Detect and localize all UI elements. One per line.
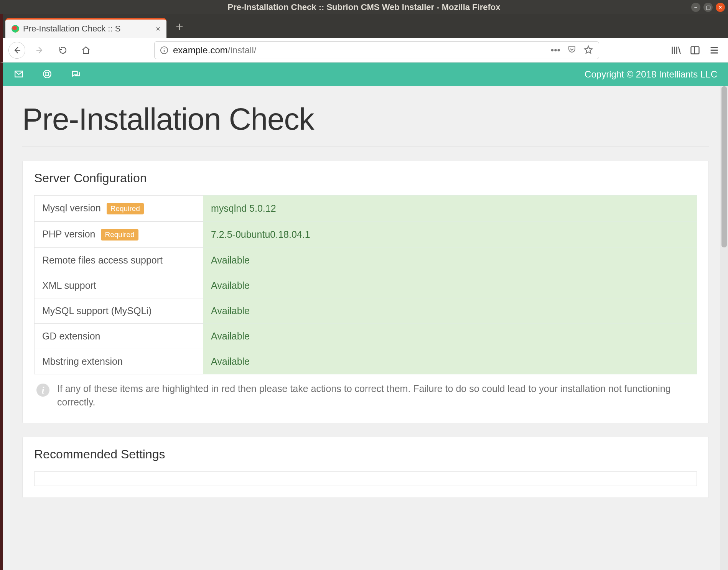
home-icon [81,46,91,55]
check-value: Available [203,324,697,349]
bookmark-star-icon[interactable] [583,45,593,55]
recommended-settings-panel: Recommended Settings [22,437,709,498]
info-icon: i [36,384,49,397]
check-label: Mysql version Required [35,196,203,222]
browser-toolbar: example.com/install/ ••• [0,38,728,63]
app-topbar: Copyright © 2018 Intelliants LLC [3,63,728,86]
pocket-icon[interactable] [567,45,576,54]
table-row: GD extension Available [35,324,697,349]
window-title: Pre-Installation Check :: Subrion CMS We… [227,2,500,12]
support-icon[interactable] [42,69,52,79]
tab-close-button[interactable]: × [156,25,160,33]
check-label: Mbstring extension [35,349,203,374]
server-config-table: Mysql version Requiredmysqlnd 5.0.12PHP … [34,195,697,374]
check-value: Available [203,298,697,324]
check-label: PHP version Required [35,222,203,248]
svg-point-6 [43,70,51,78]
site-info-icon[interactable] [160,46,168,54]
page-actions-icon[interactable]: ••• [551,45,560,56]
table-row: XML support Available [35,273,697,298]
browser-tab[interactable]: Pre-Installation Check :: S × [5,18,166,38]
url-bar[interactable]: example.com/install/ ••• [154,41,599,59]
check-label: XML support [35,273,203,298]
table-row: MySQL support (MySQLi) Available [35,298,697,324]
back-button[interactable] [8,42,25,59]
svg-point-7 [46,72,49,76]
reload-icon [58,46,68,55]
chat-icon[interactable] [71,69,81,80]
table-row: Mysql version Requiredmysqlnd 5.0.12 [35,196,697,222]
page-title: Pre-Installation Check [22,102,709,147]
check-label: GD extension [35,324,203,349]
info-note-text: If any of these items are highlighted in… [57,382,695,409]
tab-title: Pre-Installation Check :: S [23,24,120,34]
arrow-left-icon [12,46,21,55]
check-value: mysqlnd 5.0.12 [203,196,697,222]
check-value: Available [203,248,697,273]
scrollbar-thumb[interactable] [721,86,727,247]
home-button[interactable] [77,42,94,59]
tab-favicon-icon [12,25,19,33]
window-minimize-button[interactable]: – [691,3,700,12]
check-value: 7.2.5-0ubuntu0.18.04.1 [203,222,697,248]
page-viewport: Copyright © 2018 Intelliants LLC Pre-Ins… [0,63,728,570]
hamburger-menu-icon[interactable] [709,45,720,56]
check-label: MySQL support (MySQLi) [35,298,203,324]
table-row: Remote files access support Available [35,248,697,273]
window-maximize-button[interactable]: ▢ [703,3,713,12]
browser-tabstrip: Pre-Installation Check :: S × + [0,14,728,38]
reload-button[interactable] [54,42,71,59]
server-config-panel: Server Configuration Mysql version Requi… [22,161,709,423]
required-badge: Required [107,203,144,214]
url-text: example.com/install/ [173,45,256,56]
table-row: Mbstring extension Available [35,349,697,374]
window-close-button[interactable]: × [716,3,725,12]
library-icon[interactable] [670,45,681,56]
window-controls: – ▢ × [691,3,725,12]
table-row: PHP version Required7.2.5-0ubuntu0.18.04… [35,222,697,248]
mail-icon[interactable] [14,69,24,79]
arrow-right-icon [35,46,44,55]
check-value: Available [203,349,697,374]
window-titlebar: Pre-Installation Check :: Subrion CMS We… [0,0,728,14]
panel-heading: Recommended Settings [23,437,708,471]
check-label: Remote files access support [35,248,203,273]
panel-heading: Server Configuration [23,161,708,195]
recommended-settings-table [34,471,697,486]
info-note: i If any of these items are highlighted … [34,374,697,411]
check-value: Available [203,273,697,298]
sidebar-icon[interactable] [690,45,700,56]
new-tab-button[interactable]: + [166,19,193,38]
required-badge: Required [101,229,138,241]
copyright-text: Copyright © 2018 Intelliants LLC [585,69,717,80]
forward-button[interactable] [31,42,48,59]
scrollbar-track[interactable] [720,86,728,570]
